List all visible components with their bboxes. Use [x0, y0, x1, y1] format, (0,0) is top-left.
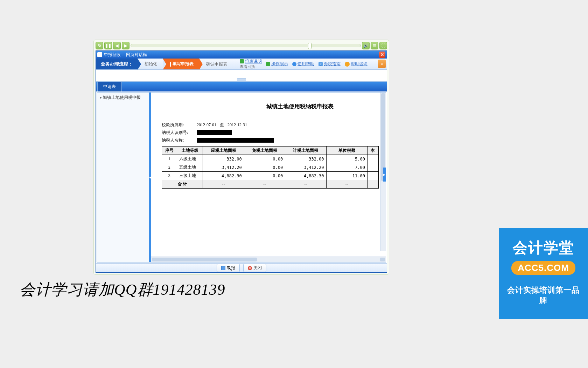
ad-subtitle: 会计实操培训第一品牌: [504, 285, 583, 306]
cell-calc: 3,412.20: [285, 163, 326, 172]
table-total-row: 合 计--------: [162, 180, 379, 189]
panes: 城镇土地使用税申报 ◀ 城镇土地使用税纳税申报表 税款所属期: 2012-07-…: [97, 92, 386, 263]
link-guide[interactable]: ?办税指南: [318, 59, 341, 69]
step-active-indicator: [170, 62, 171, 67]
progress-track[interactable]: [131, 44, 361, 47]
ad-banner: 会计学堂 ACC5.COM 会计实操培训第一品牌: [499, 228, 588, 319]
cell-unit-tax: 5.00: [326, 155, 367, 163]
cell-unit-tax: 7.00: [326, 163, 367, 172]
ad-divider: [504, 282, 583, 282]
progress-handle[interactable]: [308, 43, 312, 49]
step-init[interactable]: 初始化: [138, 59, 163, 69]
link-view-receipt[interactable]: 查看回执: [240, 64, 262, 69]
sidebar: 城镇土地使用税申报: [97, 93, 149, 262]
col-unit-tax: 单位税额: [326, 146, 367, 155]
cell-cutoff: [367, 172, 378, 180]
col-exempt: 免税土地面积: [244, 146, 285, 155]
chat-icon: [345, 62, 350, 67]
report-document: 城镇土地使用税纳税申报表 税款所属期: 2012-07-01 至 2012-12…: [151, 93, 386, 196]
app-window: 申报征收 -- 网页对话框 ✕ 业务办理流程： 初始化 填写申报表 确认申报表 …: [96, 50, 387, 273]
close-icon: ✕: [248, 266, 252, 270]
horizontal-scrollbar[interactable]: [151, 257, 386, 262]
total-dash: --: [285, 180, 326, 189]
col-grade: 土地等级: [177, 146, 203, 155]
cell-no: 1: [162, 155, 177, 163]
right-collapse-handle[interactable]: ▶: [383, 168, 386, 182]
report-meta: 税款所属期: 2012-07-01 至 2012-12-31 纳税人识别号:: [162, 121, 379, 144]
report-title: 城镇土地使用税纳税申报表: [221, 103, 379, 110]
col-calc: 计税土地面积: [285, 146, 326, 155]
cell-calc: 332.00: [285, 155, 326, 163]
close-button[interactable]: ✕ 关闭: [243, 264, 266, 272]
close-label: 关闭: [253, 265, 262, 271]
ad-title: 会计学堂: [504, 238, 583, 258]
cell-exempt: 0.00: [244, 172, 285, 180]
question-icon: ?: [318, 62, 323, 66]
content-pane: 城镇土地使用税纳税申报表 税款所属期: 2012-07-01 至 2012-12…: [151, 93, 386, 262]
submit-label: 申报: [227, 265, 235, 271]
fullscreen-button[interactable]: ⛶: [379, 42, 387, 49]
volume-button[interactable]: 🔊: [362, 42, 370, 49]
tab-bar: 申请表: [96, 82, 387, 91]
sidebar-item-land-tax[interactable]: 城镇土地使用税申报: [97, 93, 149, 103]
cell-cutoff: [367, 163, 378, 172]
play-icon: [266, 62, 270, 66]
total-dash: --: [203, 180, 244, 189]
video-player-frame: ↻ ❚❚ ◀ ▶ 🔊 ☰ ⛶ 申报征收 -- 网页对话框 ✕ 业务办理流程： 初…: [93, 40, 389, 275]
flow-label: 业务办理流程：: [96, 59, 138, 69]
cell-grade: 三级土地: [177, 172, 203, 180]
table-header: 序号 土地等级 应税土地面积 免税土地面积 计税土地面积 单位税额 本: [162, 146, 379, 155]
h-scroll-thumb[interactable]: [152, 258, 257, 261]
total-cutoff: [367, 180, 378, 189]
step-confirm-label: 确认申报表: [206, 62, 227, 67]
table-row: 1六级土地332.000.00332.005.00: [162, 155, 379, 163]
link-consult[interactable]: 即时咨询: [345, 59, 368, 69]
link-demo[interactable]: 操作演示: [266, 59, 288, 69]
body: 申请表 城镇土地使用税申报 ◀ 城镇土地使用税纳税申报表 税款所属期:: [96, 82, 387, 263]
total-dash: --: [244, 180, 285, 189]
submit-button[interactable]: 申报 ↖: [217, 264, 240, 272]
cell-no: 3: [162, 172, 177, 180]
ad-badge: ACC5.COM: [511, 261, 575, 275]
spacer: [96, 70, 387, 82]
next-button[interactable]: ▶: [122, 42, 130, 49]
link-help[interactable]: 使用帮助: [292, 59, 314, 69]
col-cutoff: 本: [367, 146, 378, 155]
taxpayer-name-label: 纳税人名称:: [162, 136, 193, 144]
cell-exempt: 0.00: [244, 155, 285, 163]
taxpayer-name-redacted: [197, 138, 274, 143]
window-title: 申报征收 -- 网页对话框: [104, 52, 379, 58]
pause-button[interactable]: ❚❚: [104, 42, 112, 49]
app-icon: [97, 52, 102, 57]
table-row: 3三级土地4,882.300.004,882.3011.00: [162, 172, 379, 180]
doc-icon: [240, 59, 244, 63]
table-row: 2五级土地3,412.200.003,412.207.00: [162, 163, 379, 172]
cell-grade: 五级土地: [177, 163, 203, 172]
prev-button[interactable]: ◀: [113, 42, 121, 49]
cell-calc: 4,882.30: [285, 172, 326, 180]
link-fill-instructions[interactable]: 填表说明: [240, 59, 262, 64]
player-controls: ↻ ❚❚ ◀ ▶ 🔊 ☰ ⛶: [96, 42, 387, 49]
overlay-caption: 会计学习请加QQ群191428139: [20, 279, 225, 300]
titlebar: 申报征收 -- 网页对话框 ✕: [96, 51, 387, 59]
collapse-toolbar-button[interactable]: «: [378, 60, 386, 68]
step-fill-label: 填写申报表: [173, 61, 194, 67]
subtitle-button[interactable]: ☰: [371, 42, 378, 49]
total-label: 合 计: [162, 180, 203, 189]
step-fill-form[interactable]: 填写申报表: [163, 59, 199, 69]
window-close-button[interactable]: ✕: [379, 52, 385, 58]
cell-grade: 六级土地: [177, 155, 203, 163]
submit-icon: [221, 266, 225, 270]
flow-bar: 业务办理流程： 初始化 填写申报表 确认申报表 填表说明 查看回执 操作演示 使…: [96, 59, 387, 70]
toolbar-links: 填表说明 查看回执 操作演示 使用帮助 ?办税指南 即时咨询: [240, 59, 368, 69]
cell-cutoff: [367, 155, 378, 163]
step-confirm[interactable]: 确认申报表: [199, 59, 233, 69]
taxpayer-id-redacted: [197, 130, 232, 135]
h-scroll-right[interactable]: [380, 258, 385, 261]
cell-taxable: 332.00: [203, 155, 244, 163]
cell-no: 2: [162, 163, 177, 172]
footer: 申报 ↖ ✕ 关闭: [96, 263, 387, 272]
reload-button[interactable]: ↻: [96, 42, 103, 49]
tab-application[interactable]: 申请表: [97, 82, 122, 91]
col-taxable: 应税土地面积: [203, 146, 244, 155]
